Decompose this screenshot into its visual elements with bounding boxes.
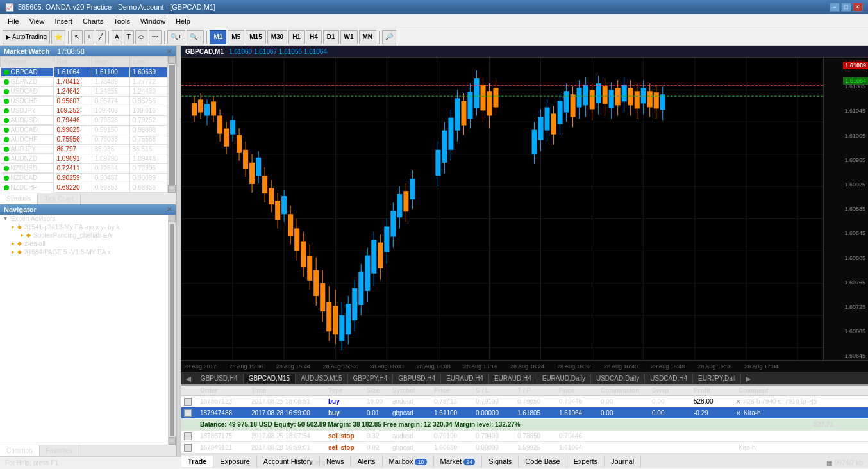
menu-view[interactable]: View — [24, 16, 50, 26]
nav-tab-common[interactable]: Common — [0, 445, 40, 456]
menu-file[interactable]: File — [3, 16, 24, 26]
menu-tools[interactable]: Tools — [108, 16, 135, 26]
tool-a[interactable]: A — [112, 30, 122, 44]
line-button[interactable]: ╱ — [96, 30, 106, 44]
tf-d1[interactable]: D1 — [323, 30, 339, 44]
search-button[interactable]: 🔎 — [382, 30, 396, 44]
terminal-tab-market[interactable]: Market 24 — [434, 456, 483, 467]
nav-tree-item[interactable]: ▸ ◆ 31684-PAGE 5 -V1.5-MY EA x — [0, 248, 168, 256]
expand-icon[interactable]: + — [184, 409, 192, 417]
trade-row[interactable]: + 187949121 2017.08.28 16:59:01 sell sto… — [181, 442, 868, 454]
expand-icon[interactable]: + — [184, 398, 192, 406]
chart-tab[interactable]: EURAUD,H4 — [441, 374, 489, 383]
tf-h1[interactable]: H1 — [288, 30, 305, 44]
market-row[interactable]: AUDCAD 0.99025 0.99150 0.98888 — [1, 125, 168, 135]
row-expand[interactable]: + — [181, 443, 197, 453]
trade-row[interactable]: Balance: 49 975.18 USD Equity: 50 502.89… — [181, 419, 868, 431]
tf-w1[interactable]: W1 — [340, 30, 358, 44]
market-row[interactable]: USDCAD 1.24642 1.24855 1.24430 — [1, 86, 168, 96]
nav-tree-item[interactable]: ▼ Expert Advisors — [0, 215, 168, 223]
chart-tab-next[interactable]: ► — [741, 374, 755, 384]
terminal-tab-alerts[interactable]: Alerts — [351, 456, 382, 467]
chart-tab[interactable]: GBPJPY,H4 — [348, 374, 394, 383]
chart-tab[interactable]: EURAUD,H4 — [489, 374, 537, 383]
expand-icon[interactable]: + — [184, 432, 192, 440]
tf-m1[interactable]: M1 — [210, 30, 226, 44]
terminal-tab-experts[interactable]: Experts — [567, 456, 605, 467]
row-expand[interactable]: + — [181, 397, 197, 407]
market-row[interactable]: NZDCHF 0.69220 0.69353 0.68956 — [1, 183, 168, 192]
nav-tree-item[interactable]: ▸ ◆ 31541-p2#13-My EA -no x y- by k — [0, 223, 168, 231]
market-row[interactable]: AUDNZD 1.09691 1.09790 1.09448 — [1, 154, 168, 163]
terminal-tab-code-base[interactable]: Code Base — [519, 456, 567, 467]
chart-tab[interactable]: EURJPY,Dail — [693, 374, 741, 383]
market-row[interactable]: NZDUSD 0.72411 0.72544 0.72305 — [1, 163, 168, 173]
nav-tree-item[interactable]: ▸ ◆ z-ea-all — [0, 240, 168, 248]
trade-row[interactable]: + 187867123 2017.08.25 18:06:51 buy 16.0… — [181, 396, 868, 407]
chart-tab[interactable]: GBPUSD,H4 — [196, 374, 244, 383]
terminal-tab-journal[interactable]: Journal — [605, 456, 641, 467]
market-row[interactable]: GBPNZD 1.78412 1.78489 1.77772 — [1, 77, 168, 86]
scroll-thumb[interactable] — [169, 65, 175, 185]
terminal-tab-mailbox[interactable]: Mailbox 10 — [383, 456, 434, 467]
market-row[interactable]: USDCHF 0.95607 0.95774 0.95256 — [1, 96, 168, 106]
nav-tab-favorites[interactable]: Favorites — [40, 445, 79, 456]
menu-help[interactable]: Help — [171, 16, 196, 26]
scroll-down-btn[interactable]: ▼ — [168, 185, 176, 193]
chart-tab[interactable]: GBPUSD,H4 — [393, 374, 441, 383]
chart-tab-prev[interactable]: ◄ — [181, 374, 196, 384]
chart-tab[interactable]: EURAUD,Daily — [537, 374, 591, 383]
chart-canvas[interactable] — [181, 58, 823, 360]
chart-tab[interactable]: USDCAD,Daily — [591, 374, 645, 383]
tool-oval[interactable]: ⬭ — [135, 30, 147, 44]
close-button[interactable]: ✕ — [853, 3, 863, 12]
row-expand[interactable]: + — [181, 409, 197, 418]
market-watch-close[interactable]: ✕ — [167, 48, 172, 55]
tf-m5[interactable]: M5 — [228, 30, 244, 44]
tab-tick-chart[interactable]: Tick Chart — [38, 193, 80, 204]
row-expand[interactable]: + — [181, 432, 197, 441]
tf-mn[interactable]: MN — [359, 30, 377, 44]
terminal-tab-account-history[interactable]: Account History — [257, 456, 320, 467]
tf-m15[interactable]: M15 — [246, 30, 265, 44]
terminal-tab-signals[interactable]: Signals — [482, 456, 519, 467]
nav-scroll-up[interactable]: ▲ — [169, 215, 176, 222]
nav-scroll-down[interactable]: ▼ — [169, 437, 176, 445]
autotrading-button[interactable]: ▶ AutoTrading — [3, 30, 50, 44]
nav-scroll-thumb[interactable] — [170, 224, 174, 436]
market-row[interactable]: AUDJPY 86.797 86.936 86.516 — [1, 144, 168, 154]
terminal-tab-trade[interactable]: Trade — [181, 456, 213, 467]
close-trade-icon[interactable]: ✕ — [736, 399, 741, 405]
trade-row[interactable]: + 187947488 2017.08.28 16:59:00 buy 0.01… — [181, 407, 868, 419]
navigator-close[interactable]: ✕ — [167, 206, 172, 213]
nav-tree-item[interactable]: ▸ ◆ SuplexPending_chehab-EA — [0, 231, 168, 240]
crosshair-button[interactable]: + — [84, 30, 94, 44]
menu-window[interactable]: Window — [135, 16, 171, 26]
market-row[interactable]: AUDCHF 0.75956 0.76033 0.75568 — [1, 135, 168, 144]
tool-wave[interactable]: 〰 — [149, 30, 162, 44]
trade-row[interactable]: + 187867175 2017.08.25 18:07:54 sell sto… — [181, 431, 868, 442]
tf-h4[interactable]: H4 — [306, 30, 322, 44]
market-row[interactable]: GBPCAD 1.61064 1.61100 1.60639 — [1, 67, 168, 78]
scroll-up-btn[interactable]: ▲ — [168, 56, 176, 64]
expand-icon[interactable]: + — [184, 444, 192, 452]
chart-tab[interactable]: USDCAD,H4 — [645, 374, 693, 383]
panel-resize-handle[interactable] — [176, 46, 181, 456]
tool-t[interactable]: T — [124, 30, 134, 44]
minimize-button[interactable]: − — [830, 3, 840, 12]
market-row[interactable]: AUDUSD 0.79446 0.79528 0.79252 — [1, 115, 168, 125]
zoom-in-button[interactable]: 🔍+ — [167, 30, 185, 44]
market-watch-scrollbar[interactable]: ▲ ▼ — [168, 56, 176, 193]
cursor-button[interactable]: ↖ — [71, 30, 83, 44]
navigator-scrollbar[interactable]: ▲ ▼ — [168, 215, 176, 445]
tab-symbols[interactable]: Symbols — [0, 193, 38, 204]
market-row[interactable]: USDJPY 109.252 109.408 109.016 — [1, 106, 168, 115]
maximize-button[interactable]: □ — [841, 3, 851, 12]
star-button[interactable]: ⭐ — [51, 30, 65, 44]
menu-charts[interactable]: Charts — [78, 16, 108, 26]
chart-tab[interactable]: AUDUSD,M15 — [296, 374, 347, 383]
chart-tab[interactable]: GBPCAD,M15 — [244, 374, 296, 383]
terminal-tab-exposure[interactable]: Exposure — [213, 456, 256, 467]
close-trade-icon[interactable]: ✕ — [736, 410, 741, 416]
tf-m30[interactable]: M30 — [267, 30, 287, 44]
